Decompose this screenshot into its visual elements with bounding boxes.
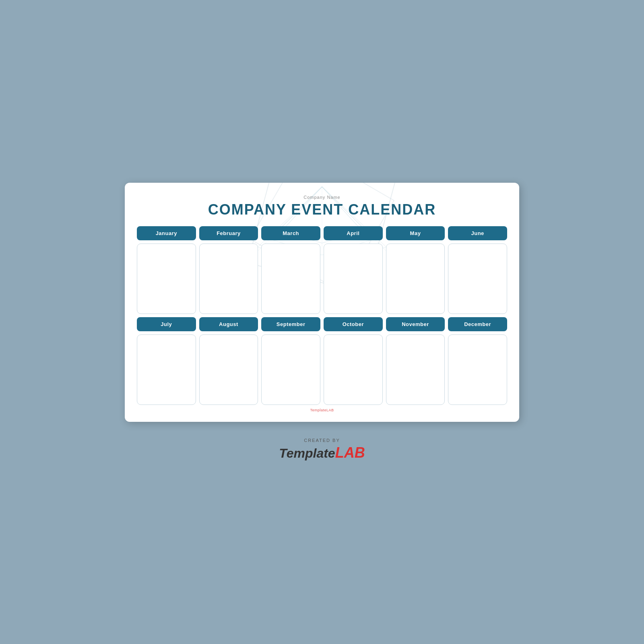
bottom-branding: CREATED BY Template LAB: [279, 438, 365, 461]
month-header-december: December: [448, 317, 507, 331]
month-content-october[interactable]: [324, 334, 383, 405]
month-header-october: October: [324, 317, 383, 331]
calendar-title: COMPANY EVENT CALENDAR: [137, 201, 507, 218]
brand-logo: Template LAB: [279, 444, 365, 461]
month-header-july: July: [137, 317, 196, 331]
month-content-november[interactable]: [386, 334, 445, 405]
month-header-february: February: [199, 226, 258, 240]
month-content-may[interactable]: [386, 244, 445, 314]
brand-template-text: Template: [279, 446, 335, 461]
calendar-card: Company Name COMPANY EVENT CALENDAR Janu…: [125, 183, 519, 422]
month-content-june[interactable]: [448, 244, 507, 314]
month-header-november: November: [386, 317, 445, 331]
month-header-august: August: [199, 317, 258, 331]
month-header-april: April: [324, 226, 383, 240]
company-name-label: Company Name: [137, 195, 507, 200]
month-header-may: May: [386, 226, 445, 240]
month-content-april[interactable]: [324, 244, 383, 314]
month-header-january: January: [137, 226, 196, 240]
month-content-september[interactable]: [261, 334, 320, 405]
month-content-march[interactable]: [261, 244, 320, 314]
month-content-january[interactable]: [137, 244, 196, 314]
month-content-august[interactable]: [199, 334, 258, 405]
page-wrapper: Company Name COMPANY EVENT CALENDAR Janu…: [125, 183, 519, 461]
month-content-february[interactable]: [199, 244, 258, 314]
calendar-grid: January February March April May June Ju…: [137, 226, 507, 405]
footer-brand: TemplateLAB: [137, 408, 507, 412]
month-content-july[interactable]: [137, 334, 196, 405]
header-section: Company Name COMPANY EVENT CALENDAR: [137, 195, 507, 218]
created-by-label: CREATED BY: [304, 438, 340, 443]
month-content-december[interactable]: [448, 334, 507, 405]
month-header-june: June: [448, 226, 507, 240]
month-header-march: March: [261, 226, 320, 240]
month-header-september: September: [261, 317, 320, 331]
brand-lab-text: LAB: [335, 444, 365, 461]
